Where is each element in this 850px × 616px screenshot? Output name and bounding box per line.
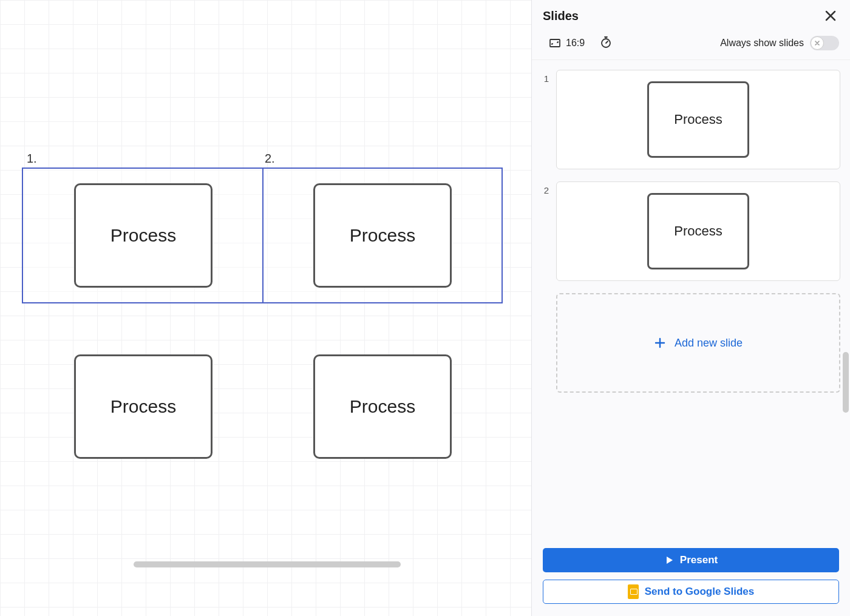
plus-icon	[654, 337, 666, 349]
panel-title: Slides	[543, 9, 579, 23]
add-slide-label: Add new slide	[675, 337, 743, 350]
slide-group-label-1: 1.	[27, 152, 37, 166]
add-slide-item: Add new slide	[556, 293, 840, 393]
toggle-knob	[811, 36, 824, 50]
slide-item: 1 Process	[542, 70, 840, 169]
process-shape-label: Process	[110, 396, 176, 417]
aspect-ratio-label: 16:9	[566, 38, 585, 49]
process-shape[interactable]: Process	[313, 183, 452, 288]
timer-button[interactable]	[597, 33, 615, 53]
google-slides-icon	[628, 584, 639, 599]
panel-header: Slides	[532, 0, 850, 29]
stopwatch-icon	[599, 35, 613, 49]
aspect-ratio-icon	[549, 37, 561, 49]
slides-panel: Slides 16:9 Always show slides	[531, 0, 850, 616]
slide-group-label-2: 2.	[265, 152, 275, 166]
slide-number: 1	[542, 70, 549, 84]
send-to-google-slides-button[interactable]: Send to Google Slides	[543, 580, 839, 604]
process-shape-label: Process	[350, 396, 415, 417]
panel-footer: Present Send to Google Slides	[532, 540, 850, 616]
thumbnail-shape-label: Process	[674, 112, 722, 127]
vertical-scrollbar[interactable]	[843, 352, 849, 413]
thumbnail-shape: Process	[647, 193, 749, 269]
close-button[interactable]	[822, 7, 839, 24]
aspect-ratio-button[interactable]: 16:9	[543, 35, 591, 52]
process-shape-label: Process	[350, 225, 415, 246]
thumbnail-shape-label: Process	[674, 223, 722, 239]
slides-list[interactable]: 1 Process 2 Process Add new slide	[532, 60, 850, 540]
always-show-toggle-group: Always show slides	[720, 36, 839, 50]
close-icon	[825, 10, 836, 21]
present-button[interactable]: Present	[543, 548, 839, 572]
panel-toolbar: 16:9 Always show slides	[532, 29, 850, 60]
process-shape[interactable]: Process	[74, 183, 212, 288]
always-show-label: Always show slides	[720, 38, 804, 49]
slide-number: 2	[542, 181, 549, 195]
always-show-toggle[interactable]	[810, 36, 839, 50]
google-slides-label: Send to Google Slides	[645, 586, 754, 598]
diagram-canvas[interactable]: 1. 2. Process Process Process Process	[0, 0, 531, 616]
process-shape[interactable]: Process	[313, 354, 452, 459]
slide-item: 2 Process	[542, 181, 840, 281]
play-icon	[664, 555, 674, 565]
slide-thumbnail[interactable]: Process	[556, 70, 840, 169]
slide-thumbnail[interactable]: Process	[556, 181, 840, 281]
svg-rect-0	[550, 39, 560, 47]
horizontal-scrollbar[interactable]	[134, 561, 401, 567]
thumbnail-shape: Process	[647, 81, 749, 158]
add-slide-button[interactable]: Add new slide	[556, 293, 840, 393]
process-shape[interactable]: Process	[74, 354, 212, 459]
slide-divider[interactable]	[262, 169, 264, 302]
toggle-off-icon	[814, 39, 821, 47]
present-label: Present	[680, 554, 718, 566]
process-shape-label: Process	[110, 225, 176, 246]
